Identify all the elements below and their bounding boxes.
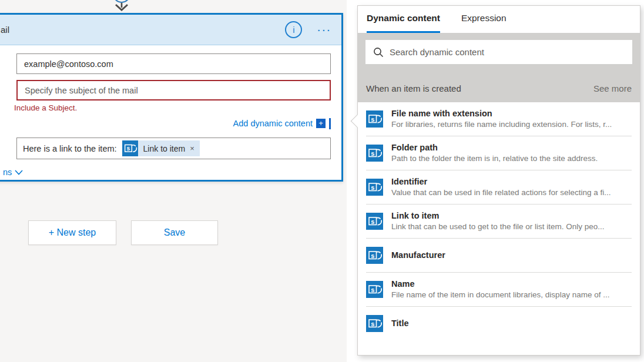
body-field-text[interactable]: Here is a link to the item: <box>23 144 117 153</box>
save-button[interactable]: Save <box>131 220 218 245</box>
sharepoint-icon: s <box>366 315 383 332</box>
item-text: Identifier Value that can be used in fil… <box>391 176 611 198</box>
card-header[interactable]: ail i ... <box>0 15 341 45</box>
svg-text:s: s <box>371 320 374 327</box>
svg-text:s: s <box>371 184 374 191</box>
tab-expression[interactable]: Expression <box>461 13 507 33</box>
item-text: Title <box>391 318 409 329</box>
sharepoint-icon: s <box>366 247 383 264</box>
dynamic-content-item[interactable]: s Folder path Path to the folder the ite… <box>358 136 640 170</box>
search-box[interactable] <box>365 40 632 64</box>
info-icon[interactable]: i <box>285 21 302 38</box>
item-text: Link to item Link that can be used to ge… <box>391 210 604 232</box>
item-description: Link that can be used to get to the file… <box>391 222 604 232</box>
sharepoint-icon: s <box>366 145 383 162</box>
item-title: Title <box>391 318 409 329</box>
item-description: Path to the folder the item is in, relat… <box>391 153 598 164</box>
add-dynamic-content-row: Add dynamic content + <box>16 117 331 130</box>
search-input[interactable] <box>390 47 625 57</box>
menu-ellipsis-icon[interactable]: ... <box>317 23 332 36</box>
card-title: ail <box>1 25 285 35</box>
plus-icon[interactable]: + <box>316 119 326 128</box>
sharepoint-icon: s <box>366 213 383 230</box>
svg-text:s: s <box>371 150 374 157</box>
item-title: Manufacturer <box>391 250 445 261</box>
item-text: Name File name of the item in document l… <box>391 279 609 300</box>
subject-field[interactable] <box>16 80 331 100</box>
card-body: Include a Subject. Add dynamic content +… <box>0 45 341 181</box>
item-text: Folder path Path to the folder the item … <box>391 142 598 164</box>
svg-text:s: s <box>371 218 374 225</box>
add-dynamic-content-link[interactable]: Add dynamic content <box>233 119 313 128</box>
svg-text:s: s <box>371 116 374 123</box>
item-text: File name with extension For libraries, … <box>391 108 612 130</box>
flow-connector-arrow-icon[interactable] <box>109 0 135 14</box>
dynamic-content-panel: Dynamic content Expression When an item … <box>357 5 640 356</box>
item-text: Manufacturer <box>391 250 445 261</box>
dynamic-content-item[interactable]: s Title <box>358 307 640 340</box>
token-close-icon[interactable]: × <box>190 144 194 153</box>
svg-text:s: s <box>126 145 130 152</box>
show-advanced-options-link[interactable]: ns <box>3 167 23 177</box>
dynamic-content-list: s File name with extension For libraries… <box>358 102 640 340</box>
see-more-link[interactable]: See more <box>593 83 632 93</box>
sharepoint-icon: s <box>366 110 383 128</box>
search-section: When an item is created See more <box>358 33 640 102</box>
link-to-item-token[interactable]: s Link to item × <box>122 140 200 156</box>
item-description: Value that can be used in file related a… <box>391 187 611 198</box>
section-title: When an item is created <box>366 83 461 93</box>
item-title: Folder path <box>391 142 598 153</box>
item-description: File name of the item in document librar… <box>391 290 609 300</box>
item-title: Name <box>391 279 609 290</box>
svg-text:s: s <box>371 286 374 293</box>
item-title: Identifier <box>391 176 611 187</box>
subject-error-text: Include a Subject. <box>14 103 331 112</box>
item-description: For libraries, returns file name includi… <box>391 119 612 130</box>
advanced-options-label: ns <box>3 167 12 177</box>
sharepoint-icon: s <box>366 179 383 196</box>
send-email-action-card[interactable]: ail i ... Include a Subject. Add dynamic… <box>0 13 343 182</box>
svg-text:s: s <box>371 252 374 259</box>
dynamic-content-item[interactable]: s Identifier Value that can be used in f… <box>358 170 640 204</box>
item-title: File name with extension <box>391 108 612 119</box>
chevron-down-icon <box>15 170 23 175</box>
search-icon <box>373 47 384 58</box>
new-step-button[interactable]: + New step <box>28 220 116 245</box>
item-title: Link to item <box>391 210 604 222</box>
to-field[interactable] <box>16 53 331 74</box>
dynamic-content-item[interactable]: s Name File name of the item in document… <box>358 273 640 306</box>
tab-dynamic-content[interactable]: Dynamic content <box>367 13 440 33</box>
dynamic-content-item[interactable]: s File name with extension For libraries… <box>358 102 640 136</box>
dynamic-content-item[interactable]: s Manufacturer <box>358 239 640 272</box>
sharepoint-icon: s <box>366 281 383 298</box>
dynamic-content-item[interactable]: s Link to item Link that can be used to … <box>358 205 640 238</box>
text-cursor-icon <box>329 118 331 129</box>
sharepoint-icon: s <box>122 140 138 156</box>
body-field[interactable]: Here is a link to the item: s Link to it… <box>16 138 331 159</box>
panel-tabs: Dynamic content Expression <box>358 6 640 33</box>
token-label: Link to item <box>143 144 186 153</box>
